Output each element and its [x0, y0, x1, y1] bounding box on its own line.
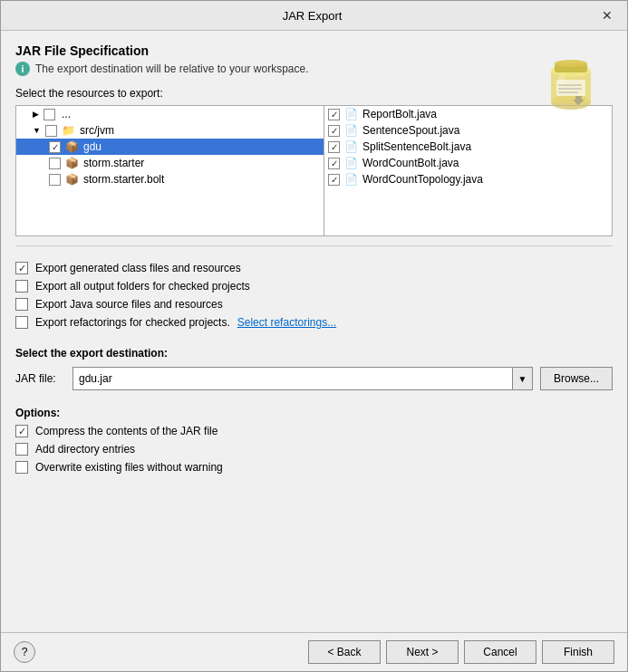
src-folder-icon: 📁 — [62, 124, 75, 137]
left-tree[interactable]: ▶ ... ▼ 📁 src/jvm 📦 gdu — [16, 106, 324, 235]
compress-row: Compress the contents of the JAR file — [15, 425, 613, 437]
tree-item-srcjvm[interactable]: ▼ 📁 src/jvm — [16, 122, 324, 139]
info-icon: i — [15, 62, 30, 76]
collapse-icon: ▶ — [33, 110, 39, 119]
tree-item-label: gdu — [83, 140, 101, 153]
package-icon: 📦 — [65, 157, 79, 169]
finish-button[interactable]: Finish — [542, 640, 614, 664]
scrollbar-area — [15, 245, 613, 254]
page-title: JAR File Specification — [15, 43, 613, 58]
option-output-folders-row: Export all output folders for checked pr… — [15, 280, 613, 293]
resources-label: Select the resources to export: — [15, 87, 613, 100]
file-label: SentenceSpout.java — [362, 124, 459, 137]
cancel-button[interactable]: Cancel — [464, 640, 536, 664]
tree-item-ellipsis[interactable]: ▶ ... — [16, 106, 324, 122]
destination-section: Select the export destination: JAR file:… — [15, 347, 613, 398]
compress-checkbox[interactable] — [15, 425, 28, 437]
overwrite-checkbox[interactable] — [15, 461, 28, 474]
tree-item-storm-starter-bolt[interactable]: 📦 storm.starter.bolt — [16, 171, 324, 187]
option2-checkbox[interactable] — [15, 280, 28, 293]
expand-icon: ▼ — [33, 126, 41, 135]
help-button[interactable]: ? — [14, 641, 35, 663]
jar-export-dialog: JAR Export ✕ JAR File Specification i Th… — [0, 0, 628, 672]
file-checkbox[interactable] — [328, 109, 340, 120]
file-label: ReportBolt.java — [362, 108, 437, 120]
file-checkbox[interactable] — [328, 174, 340, 186]
close-button[interactable]: ✕ — [596, 6, 618, 24]
svg-rect-6 — [556, 80, 585, 96]
svg-point-4 — [555, 60, 587, 67]
option-class-files-row: Export generated class files and resourc… — [15, 262, 613, 274]
jar-label: JAR file: — [15, 372, 65, 385]
jar-input-container: ▼ — [72, 367, 533, 390]
compress-label: Compress the contents of the JAR file — [35, 425, 217, 437]
dialog-content: JAR File Specification i The export dest… — [1, 31, 627, 632]
directory-row: Add directory entries — [15, 443, 613, 456]
select-refactorings-link[interactable]: Select refactorings... — [237, 316, 336, 329]
top-section: JAR File Specification i The export dest… — [15, 43, 613, 87]
option4-checkbox[interactable] — [15, 316, 28, 329]
option4-prefix: Export refactorings for checked projects… — [35, 316, 230, 329]
file-item-wordcounttopology[interactable]: 📄 WordCountTopology.java — [324, 171, 612, 187]
file-label: WordCountTopology.java — [362, 173, 483, 186]
info-text: The export destination will be relative … — [35, 62, 308, 75]
option3-checkbox[interactable] — [15, 298, 28, 311]
bottom-bar: ? < Back Next > Cancel Finish — [1, 632, 627, 671]
tree-checkbox[interactable] — [49, 174, 61, 186]
option1-label: Export generated class files and resourc… — [35, 262, 241, 274]
back-button[interactable]: < Back — [308, 640, 381, 664]
next-button[interactable]: Next > — [386, 640, 459, 664]
tree-item-label: storm.starter — [83, 157, 144, 169]
tree-item-label: ... — [62, 108, 71, 120]
option2-label: Export all output folders for checked pr… — [35, 280, 250, 293]
jar-dropdown-btn[interactable]: ▼ — [512, 368, 532, 389]
tree-item-label: src/jvm — [80, 124, 114, 137]
file-checkbox[interactable] — [328, 158, 340, 169]
java-file-icon: 📄 — [344, 124, 358, 137]
java-file-icon: 📄 — [344, 173, 358, 186]
window-title: JAR Export — [28, 9, 596, 23]
option1-checkbox[interactable] — [15, 262, 28, 274]
options-section: Options: Compress the contents of the JA… — [15, 407, 613, 479]
tree-checkbox[interactable] — [45, 125, 57, 137]
tree-checkbox[interactable] — [43, 109, 55, 120]
tree-item-storm-starter[interactable]: 📦 storm.starter — [16, 155, 324, 171]
java-file-icon: 📄 — [344, 108, 358, 120]
java-file-icon: 📄 — [344, 140, 358, 153]
file-label: WordCountBolt.java — [362, 157, 459, 169]
options-label: Options: — [15, 407, 613, 419]
tree-item-label: storm.starter.bolt — [83, 173, 164, 186]
java-file-icon: 📄 — [344, 157, 358, 169]
file-checkbox[interactable] — [328, 141, 340, 153]
option-source-files-row: Export Java source files and resources — [15, 298, 613, 311]
tree-checkbox-checked[interactable] — [49, 141, 61, 153]
browse-button[interactable]: Browse... — [540, 367, 613, 390]
dest-label: Select the export destination: — [15, 347, 613, 360]
file-item-sentencespout[interactable]: 📄 SentenceSpout.java — [324, 122, 612, 139]
overwrite-row: Overwrite existing files without warning — [15, 461, 613, 474]
jar-illustration — [544, 53, 598, 111]
export-options-section: Export generated class files and resourc… — [15, 262, 613, 334]
directory-checkbox[interactable] — [15, 443, 28, 456]
package-icon: 📦 — [65, 140, 79, 153]
option-refactorings-row: Export refactorings for checked projects… — [15, 316, 613, 329]
file-checkbox[interactable] — [328, 125, 340, 137]
package-icon: 📦 — [65, 173, 79, 186]
tree-item-gdu[interactable]: 📦 gdu — [16, 139, 324, 155]
jar-file-input[interactable] — [73, 368, 512, 389]
file-item-splitsentencebolt[interactable]: 📄 SplitSentenceBolt.java — [324, 139, 612, 155]
file-label: SplitSentenceBolt.java — [362, 140, 471, 153]
option3-label: Export Java source files and resources — [35, 298, 223, 311]
info-row: i The export destination will be relativ… — [15, 62, 613, 76]
jar-row: JAR file: ▼ Browse... — [15, 367, 613, 390]
trees-container: ▶ ... ▼ 📁 src/jvm 📦 gdu — [15, 105, 613, 236]
directory-label: Add directory entries — [35, 443, 135, 456]
title-bar: JAR Export ✕ — [1, 1, 627, 31]
right-tree[interactable]: 📄 ReportBolt.java 📄 SentenceSpout.java 📄… — [324, 106, 612, 235]
tree-checkbox[interactable] — [49, 158, 61, 169]
overwrite-label: Overwrite existing files without warning — [35, 461, 223, 474]
file-item-wordcountbolt[interactable]: 📄 WordCountBolt.java — [324, 155, 612, 171]
